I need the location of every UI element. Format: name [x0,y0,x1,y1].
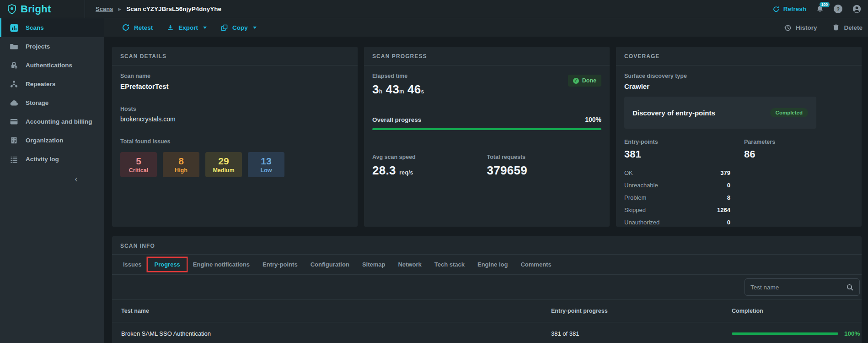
sidebar-item-authentications[interactable]: Authentications [0,56,104,75]
total-found-issues-label: Total found issues [120,138,349,145]
surface-discovery-type-value: Crawler [624,82,853,90]
cloud-icon [10,98,19,108]
sidebar-collapse-button[interactable]: ‹ [0,169,104,188]
tab-network[interactable]: Network [391,258,428,271]
sidebar-item-organization[interactable]: Organization [0,131,104,150]
sidebar-item-scans[interactable]: Scans [0,18,104,37]
sidebar-item-label: Scans [26,24,44,31]
scan-progress-card: SCAN PROGRESS Elapsed time 3h43m46s ✓ Do… [364,47,610,227]
scan-info-title: SCAN INFO [112,236,862,255]
list-lines-icon [10,155,19,163]
bar-chart-icon [10,23,19,33]
elapsed-time-value: 3h43m46s [372,82,427,97]
stat-row-ok: OK 379 [624,167,730,179]
scan-details-card: SCAN DETAILS Scan name EPrefactorTest Ho… [112,47,358,227]
cell-entry-point-progress: 381 of 381 [551,330,732,337]
history-clock-icon [784,24,792,32]
scan-details-body: Scan name EPrefactorTest Hosts brokencry… [112,65,358,227]
severity-badge-high: 8 High [163,152,199,177]
total-requests-label: Total requests [487,154,602,160]
tab-engine-log[interactable]: Engine log [471,258,514,271]
breadcrumb-current: Scan cYZYJBrsL56njyP4dnyYhe [126,5,221,12]
credit-card-icon [10,117,19,126]
status-badge-done: ✓ Done [568,75,601,87]
tab-sitemap[interactable]: Sitemap [356,258,392,271]
severity-badge-medium: 29 Medium [205,152,242,177]
coverage-body: Surface discovery type Crawler Discovery… [616,65,862,236]
trash-icon [832,24,840,31]
critical-count: 5 [125,156,152,166]
retest-button[interactable]: Retest [122,23,153,32]
lock-icon [10,61,19,70]
sidebar-item-label: Authentications [26,62,72,69]
sidebar-item-label: Repeaters [26,81,55,87]
surface-discovery-type-label: Surface discovery type [624,73,853,79]
brand-logo: Bright [0,0,85,18]
folder-icon [10,42,19,51]
sidebar-item-label: Storage [26,99,48,106]
severity-badges: 5 Critical 8 High 29 Medium 13 [120,152,349,177]
notification-count-badge: 100 [820,2,830,8]
scan-name-label: Scan name [120,73,349,79]
sidebar-item-activity-log[interactable]: Activity log [0,150,104,169]
parameters-label: Parameters [744,139,775,145]
scan-info-section: SCAN INFO Issues Progress Engine notific… [112,236,862,343]
entry-points-label: Entry-points [624,139,744,145]
history-label: History [796,24,817,31]
avg-scan-speed-value: 28.3 req/s [372,163,487,178]
top-bar: Bright Scans ▶ Scan cYZYJBrsL56njyP4dnyY… [0,0,868,18]
header-test-name: Test name [112,308,551,314]
tab-issues[interactable]: Issues [117,258,148,271]
breadcrumb-scans-link[interactable]: Scans [96,5,113,12]
retest-label: Retest [134,24,153,31]
check-circle-icon: ✓ [573,78,579,84]
user-avatar[interactable] [852,4,862,14]
severity-badge-low: 13 Low [248,152,284,177]
high-count: 8 [167,156,195,166]
stat-row-problem: Problem 8 [624,191,730,204]
tab-engine-notifications[interactable]: Engine notifications [187,258,256,271]
refresh-button[interactable]: Refresh [772,5,806,13]
export-button[interactable]: Export [166,24,207,32]
copy-label: Copy [232,24,248,31]
refresh-icon [772,5,780,13]
table-row[interactable]: Broken SAML SSO Authentication 381 of 38… [112,322,862,343]
tab-comments[interactable]: Comments [514,258,557,271]
stat-row-skipped: Skipped 1264 [624,204,730,216]
hosts-value: brokencrystals.com [120,115,349,123]
brand-name: Bright [21,3,51,15]
scan-info-tabs: Issues Progress Engine notifications Ent… [112,255,862,275]
medium-label: Medium [210,167,237,174]
sidebar-item-accounting[interactable]: Accounting and billing [0,112,104,131]
cell-completion: 100% [732,330,865,337]
sidebar-item-projects[interactable]: Projects [0,37,104,56]
tab-tech-stack[interactable]: Tech stack [428,258,471,271]
delete-button[interactable]: Delete [832,24,863,32]
download-icon [166,24,174,32]
tab-progress[interactable]: Progress [148,258,186,271]
test-name-search[interactable] [745,278,860,296]
summary-cards: SCAN DETAILS Scan name EPrefactorTest Ho… [112,47,862,227]
sidebar-item-storage[interactable]: Storage [0,93,104,112]
notifications-button[interactable]: 100 [816,5,824,13]
avg-scan-speed-label: Avg scan speed [372,154,487,160]
coverage-title: COVERAGE [616,47,862,65]
test-name-search-input[interactable] [750,284,842,291]
tab-entry-points[interactable]: Entry-points [256,258,304,271]
cell-test-name: Broken SAML SSO Authentication [112,330,551,337]
sidebar-item-repeaters[interactable]: Repeaters [0,75,104,93]
copy-button[interactable]: Copy [220,24,257,32]
chevron-down-icon [203,27,207,29]
help-button[interactable]: ? [834,5,842,13]
medium-count: 29 [210,156,237,166]
header-completion: Completion [732,308,862,314]
tab-configuration[interactable]: Configuration [304,258,356,271]
search-icon[interactable] [846,283,854,291]
scan-progress-title: SCAN PROGRESS [364,47,610,65]
overall-progress-label: Overall progress [372,116,421,123]
chevron-down-icon [253,27,257,29]
history-button[interactable]: History [784,24,817,32]
entry-point-stats: OK 379 Unreachable 0 Problem 8 Skipped [624,167,730,229]
entry-points-value: 381 [624,148,744,160]
scan-progress-body: Elapsed time 3h43m46s ✓ Done Overall pro… [364,65,610,227]
